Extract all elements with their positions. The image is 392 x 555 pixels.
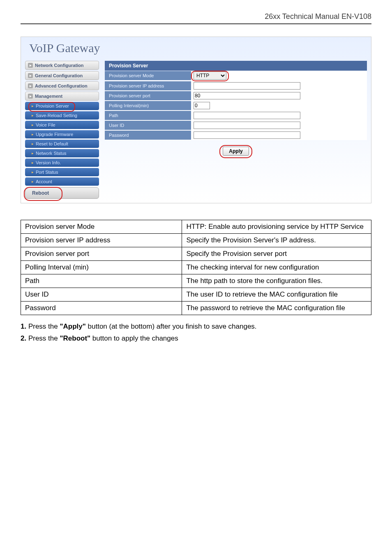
label-mode: Provision server Mode [105,71,191,80]
chevron-icon: ▸ [28,63,33,68]
chevron-icon: ▸ [28,83,33,88]
sidebar-group-label: General Configuration [35,73,83,78]
userid-input[interactable] [194,122,300,129]
ui-top: VoIP Gateway [21,37,371,59]
table-row: User IDThe user ID to retrieve the MAC c… [21,288,371,302]
label-userid: User ID [105,121,191,130]
table-row: Provision server ModeHTTP: Enable auto p… [21,220,371,234]
label-port: Provision server port [105,91,191,100]
sidebar-item-version-info[interactable]: ▸Version Info. [25,159,99,167]
sidebar-item-network-status[interactable]: ▸Network Status [25,149,99,157]
field-path [191,111,367,120]
label-polling: Polling Interval(min) [105,101,191,110]
sidebar-item-provision-server[interactable]: ▸Provision Server [25,102,99,110]
sidebar-item-label: Network Status [36,151,67,156]
notes: 1. Press the "Apply" button (at the bott… [21,321,371,344]
sidebar-item-label: Save-Reload Setting [36,113,77,118]
table-row: Provision server IP addressSpecify the P… [21,234,371,247]
table-val: The checking interval for new configurat… [182,261,371,274]
sidebar-item-account[interactable]: ▸Account [25,177,99,186]
ui-body: ▸Network Configuration ▸General Configur… [21,59,371,203]
chevron-icon: ▸ [28,73,33,78]
table-val: Specify the Provision Server's IP addres… [182,234,371,247]
sidebar-item-label: Version Info. [36,160,61,165]
sidebar-item-port-status[interactable]: ▸Port Status [25,168,99,176]
triangle-icon: ▸ [32,113,34,117]
label-ip: Provision server IP address [105,81,191,90]
row-port: Provision server port [105,91,367,101]
note-1: 1. Press the "Apply" button (at the bott… [21,321,371,332]
table-key: Path [21,274,182,288]
row-password: Password [105,130,367,140]
apply-wrap: Apply [105,147,367,156]
table-val: Specify the Provision server port [182,247,371,261]
sidebar-item-label: Upgrade Firmware [36,132,73,137]
panel-title: Provision Server [105,61,367,71]
table-row: Polling Interval (min)The checking inter… [21,261,371,274]
sidebar-group-general[interactable]: ▸General Configuration [25,71,99,80]
sidebar-item-upgrade-firmware[interactable]: ▸Upgrade Firmware [25,130,99,138]
port-input[interactable] [194,92,300,99]
field-password [191,130,367,140]
table-key: Polling Interval (min) [21,261,182,274]
table-val: The user ID to retrieve the MAC configur… [182,288,371,302]
label-path: Path [105,111,191,120]
table-key: User ID [21,288,182,302]
polling-input[interactable] [194,102,210,109]
apply-button[interactable]: Apply [223,147,249,156]
sidebar: ▸Network Configuration ▸General Configur… [21,59,103,203]
table-val: The password to retrieve the MAC configu… [182,302,371,315]
table-row: PathThe http path to store the configura… [21,274,371,288]
sidebar-item-voice-file[interactable]: ▸Voice File [25,121,99,129]
triangle-icon: ▸ [32,161,34,165]
field-userid [191,120,367,130]
sidebar-group-network[interactable]: ▸Network Configuration [25,61,99,70]
sidebar-item-reset-default[interactable]: ▸Reset to Default [25,140,99,148]
table-row: Provision server portSpecify the Provisi… [21,247,371,261]
label-password: Password [105,131,191,140]
sidebar-group-management[interactable]: ▸Management [25,92,99,101]
table-key: Provision server Mode [21,220,182,234]
sidebar-item-label: Provision Server [36,104,69,108]
sidebar-item-save-reload[interactable]: ▸Save-Reload Setting [25,111,99,120]
sidebar-item-label: Voice File [36,122,55,127]
triangle-icon: ▸ [32,151,34,155]
ip-input[interactable] [194,82,300,90]
triangle-icon: ▸ [32,132,34,136]
sidebar-item-label: Account [36,179,52,184]
row-path: Path [105,111,367,120]
triangle-icon: ▸ [32,180,34,184]
table-key: Password [21,302,182,315]
table-val: HTTP: Enable auto provisioning service b… [182,220,371,234]
field-ip [191,81,367,90]
page-header: 26xx Technical Manual EN-V108 [21,12,371,24]
table-key: Provision server port [21,247,182,261]
triangle-icon: ▸ [32,142,34,146]
description-table: Provision server ModeHTTP: Enable auto p… [21,220,371,315]
sidebar-group-label: Advanced Configuration [35,83,88,88]
path-input[interactable] [194,112,300,119]
main-panel: Provision Server Provision server Mode H… [103,59,371,164]
triangle-icon: ▸ [32,123,34,127]
sidebar-item-label: Reset to Default [36,141,68,146]
field-polling [191,101,367,110]
password-input[interactable] [194,131,300,139]
sidebar-group-label: Network Configuration [35,63,84,68]
field-port [191,91,367,100]
mode-select[interactable]: HTTP [194,71,226,80]
sidebar-group-advanced[interactable]: ▸Advanced Configuration [25,81,99,90]
triangle-icon: ▸ [32,170,34,174]
table-row: PasswordThe password to retrieve the MAC… [21,302,371,315]
sidebar-item-label: Port Status [36,170,58,175]
row-polling: Polling Interval(min) [105,101,367,111]
triangle-icon: ▸ [32,104,34,108]
note-2: 2. Press the "Reboot" button to apply th… [21,333,371,344]
reboot-button[interactable]: Reboot [25,187,99,199]
ui-screenshot: VoIP Gateway ▸Network Configuration ▸Gen… [21,37,371,203]
sidebar-group-label: Management [35,94,62,99]
table-key: Provision server IP address [21,234,182,247]
field-mode: HTTP [191,71,367,81]
chevron-icon: ▸ [28,94,33,99]
row-ip: Provision server IP address [105,81,367,91]
logo: VoIP Gateway [29,41,363,55]
